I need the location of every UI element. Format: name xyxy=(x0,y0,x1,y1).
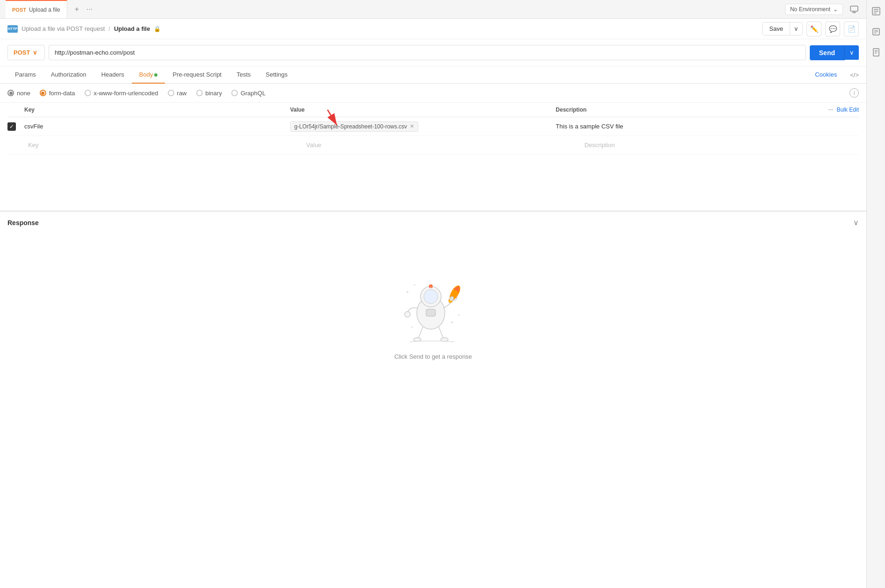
svg-point-22 xyxy=(412,326,413,328)
response-section-wrapper: Response ∨ xyxy=(0,211,866,379)
body-type-raw[interactable]: raw xyxy=(168,90,187,97)
breadcrumb-separator: / xyxy=(108,25,110,32)
cookies-link[interactable]: Cookies xyxy=(807,66,844,84)
response-title: Response xyxy=(7,219,39,227)
collection-icon: HTTP xyxy=(7,25,18,33)
top-bar: POST Upload a file + ··· No Environment … xyxy=(0,0,866,19)
environment-selector[interactable]: No Environment ⌄ xyxy=(785,4,843,15)
info-area: i xyxy=(849,88,859,98)
svg-line-4 xyxy=(328,110,337,125)
send-chevron[interactable]: ∨ xyxy=(845,45,859,60)
tab-tests[interactable]: Tests xyxy=(229,66,258,84)
topbar-profile-icon[interactable] xyxy=(848,3,861,16)
code-icon[interactable]: </> xyxy=(850,71,859,78)
response-collapse-icon[interactable]: ∨ xyxy=(853,218,859,227)
body-type-binary[interactable]: binary xyxy=(196,90,222,97)
edit-button[interactable]: ✏️ xyxy=(806,21,821,36)
radio-form-data[interactable] xyxy=(40,90,46,96)
request-tabs: Params Authorization Headers Body Pre-re… xyxy=(0,66,866,84)
radio-raw[interactable] xyxy=(168,90,174,96)
desc-value[interactable]: This is a sample CSV file xyxy=(556,123,623,130)
body-type-raw-label: raw xyxy=(177,90,187,97)
radio-graphql[interactable] xyxy=(231,90,238,96)
tab-title: Upload a file xyxy=(29,7,60,13)
body-type-binary-label: binary xyxy=(206,90,222,97)
tab-prerequest[interactable]: Pre-request Script xyxy=(165,66,229,84)
doc-button[interactable]: 📄 xyxy=(844,21,859,36)
send-label[interactable]: Send xyxy=(810,45,845,60)
row-key-cell: csvFile xyxy=(24,123,290,130)
env-chevron: ⌄ xyxy=(833,6,838,13)
method-chevron: ∨ xyxy=(33,49,37,56)
sidebar-request-icon[interactable] xyxy=(870,5,883,18)
method-badge: POST xyxy=(12,7,26,13)
info-icon[interactable]: i xyxy=(849,88,859,98)
svg-point-20 xyxy=(451,321,453,323)
body-type-graphql[interactable]: GraphQL xyxy=(231,90,265,97)
save-label[interactable]: Save xyxy=(763,22,790,35)
url-bar: POST ∨ Send ∨ xyxy=(0,39,866,66)
svg-point-21 xyxy=(458,315,460,316)
svg-point-19 xyxy=(414,284,415,286)
response-body: Click Send to get a response xyxy=(0,234,866,379)
table-header: Key Value Description ··· Bulk Edit xyxy=(7,103,859,117)
tab-params[interactable]: Params xyxy=(7,66,43,84)
save-chevron[interactable]: ∨ xyxy=(790,22,802,35)
empty-desc-placeholder[interactable]: Description xyxy=(581,140,619,150)
url-input[interactable] xyxy=(49,45,806,60)
empty-value-placeholder[interactable]: Value xyxy=(302,140,325,150)
method-label: POST xyxy=(14,49,30,56)
tab-headers[interactable]: Headers xyxy=(94,66,132,84)
bulk-edit-label[interactable]: Bulk Edit xyxy=(837,106,859,113)
body-type-graphql-label: GraphQL xyxy=(241,90,265,97)
save-button[interactable]: Save ∨ xyxy=(762,22,803,35)
body-type-urlencoded[interactable]: x-www-form-urlencoded xyxy=(85,90,158,97)
topbar-right: No Environment ⌄ xyxy=(785,3,861,16)
sidebar-history-icon[interactable] xyxy=(870,25,883,38)
tab-body[interactable]: Body xyxy=(132,66,165,84)
tabs-right: Cookies </> xyxy=(807,66,859,83)
file-remove-button[interactable]: ✕ xyxy=(410,123,414,129)
breadcrumb-collection[interactable]: Upload a file via POST request xyxy=(21,25,105,32)
checkmark-icon: ✓ xyxy=(9,123,14,130)
more-options-icon[interactable]: ··· xyxy=(828,106,833,113)
lock-icon: 🔒 xyxy=(154,26,161,32)
row-checkbox[interactable]: ✓ xyxy=(7,122,16,131)
sidebar-docs-icon[interactable] xyxy=(870,46,883,59)
red-arrow-indicator xyxy=(318,107,346,132)
key-col-header: Key xyxy=(24,106,290,113)
actions-col-header: ··· Bulk Edit xyxy=(821,106,859,113)
send-button[interactable]: Send ∨ xyxy=(810,45,859,60)
new-tab-button[interactable]: + xyxy=(71,5,83,14)
row-value-cell: g-LOr54jr/Sample-Spreadsheet-100-rows.cs… xyxy=(290,121,556,132)
body-type-urlencoded-label: x-www-form-urlencoded xyxy=(94,90,158,97)
env-label: No Environment xyxy=(790,6,830,13)
svg-point-10 xyxy=(405,312,410,317)
file-value: g-LOr54jr/Sample-Spreadsheet-100-rows.cs… xyxy=(294,123,407,130)
desc-col-header: Description xyxy=(556,106,821,113)
svg-rect-17 xyxy=(426,309,435,316)
body-type-none[interactable]: none xyxy=(7,90,30,97)
active-tab[interactable]: POST Upload a file xyxy=(6,0,67,18)
tab-authorization[interactable]: Authorization xyxy=(43,66,94,84)
radio-none[interactable] xyxy=(7,90,14,96)
empty-key-placeholder[interactable]: Key xyxy=(24,140,42,150)
radio-urlencoded[interactable] xyxy=(85,90,91,96)
body-type-form-data[interactable]: form-data xyxy=(40,90,75,97)
svg-point-18 xyxy=(407,291,408,293)
table-row: ✓ csvFile xyxy=(7,117,859,136)
right-sidebar xyxy=(866,0,885,588)
method-selector[interactable]: POST ∨ xyxy=(7,45,45,60)
tab-settings[interactable]: Settings xyxy=(258,66,295,84)
astronaut-illustration xyxy=(386,262,480,346)
radio-binary[interactable] xyxy=(196,90,203,96)
file-chip: g-LOr54jr/Sample-Spreadsheet-100-rows.cs… xyxy=(290,121,418,132)
svg-point-7 xyxy=(424,290,438,304)
svg-rect-31 xyxy=(873,49,879,56)
key-value[interactable]: csvFile xyxy=(24,123,43,130)
breadcrumb-bar: HTTP Upload a file via POST request / Up… xyxy=(0,19,866,39)
form-data-table: Key Value Description ··· Bulk Edit ✓ cs… xyxy=(0,103,866,155)
more-tabs-button[interactable]: ··· xyxy=(86,5,93,14)
body-type-row: none form-data x-www-form-urlencoded raw… xyxy=(0,84,866,103)
comment-button[interactable]: 💬 xyxy=(825,21,840,36)
